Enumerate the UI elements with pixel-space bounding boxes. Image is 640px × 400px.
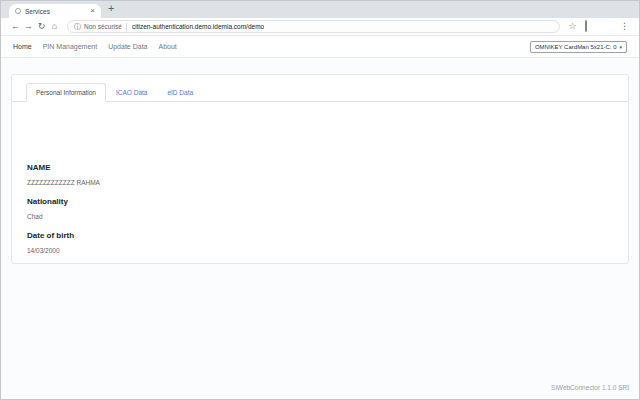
- field-date-of-birth: Date of birth 14/03/2000: [27, 232, 613, 254]
- forward-icon[interactable]: →: [22, 22, 35, 31]
- nav-item-update-data[interactable]: Update Data: [108, 43, 147, 50]
- browser-tab-title: Services: [25, 8, 90, 15]
- bookmark-star-icon[interactable]: ☆: [566, 22, 579, 31]
- security-label: Non sécurisé: [84, 23, 122, 30]
- extension-icon[interactable]: [579, 22, 592, 31]
- chevron-down-icon: ▾: [619, 44, 622, 50]
- back-icon[interactable]: ←: [9, 22, 22, 31]
- field-name-value: ZZZZZZZZZZZZ RAHMA: [27, 179, 613, 186]
- home-icon[interactable]: ⌂: [48, 22, 61, 31]
- content-tab-bar: Personal Information ICAO Data eID Data: [12, 75, 628, 102]
- favicon-icon: [15, 8, 21, 14]
- tab-close-icon[interactable]: ×: [90, 7, 95, 15]
- site-info-icon[interactable]: ⓘ: [74, 23, 81, 30]
- card-reader-select[interactable]: OMNIKEY CardMan 5x21-C: 0 ▾: [530, 41, 627, 53]
- field-name-label: NAME: [27, 164, 613, 173]
- url-text: citizen-authentication.demo.idemia.com/d…: [132, 23, 264, 30]
- identity-card-panel: Personal Information ICAO Data eID Data …: [11, 74, 629, 264]
- browser-menu-icon[interactable]: ⋮: [618, 22, 631, 31]
- field-name: NAME ZZZZZZZZZZZZ RAHMA: [27, 164, 613, 186]
- address-bar[interactable]: ⓘ Non sécurisé citizen-authentication.de…: [67, 20, 560, 33]
- new-tab-button[interactable]: +: [108, 2, 114, 14]
- tab-personal-information[interactable]: Personal Information: [26, 83, 106, 102]
- personal-information-panel: NAME ZZZZZZZZZZZZ RAHMA Nationality Chad…: [12, 102, 628, 254]
- browser-toolbar: ← → ↻ ⌂ ⓘ Non sécurisé citizen-authentic…: [1, 18, 639, 36]
- connector-version-text: SiWebConnector 1.1.0 SRI: [551, 384, 629, 391]
- tab-eid-data[interactable]: eID Data: [157, 83, 203, 102]
- browser-tab[interactable]: Services ×: [9, 4, 101, 18]
- card-reader-select-value: OMNIKEY CardMan 5x21-C: 0: [535, 44, 617, 50]
- browser-tab-strip: Services × +: [1, 1, 639, 18]
- omnibox-divider: [126, 23, 127, 31]
- browser-window: Services × + ← → ↻ ⌂ ⓘ Non sécurisé citi…: [0, 0, 640, 400]
- field-nationality: Nationality Chad: [27, 198, 613, 220]
- field-date-of-birth-value: 14/03/2000: [27, 247, 613, 254]
- tab-icao-data[interactable]: ICAO Data: [106, 83, 157, 102]
- field-nationality-label: Nationality: [27, 198, 613, 207]
- nav-item-pin-management[interactable]: PIN Management: [43, 43, 97, 50]
- app-navbar: Home PIN Management Update Data About OM…: [1, 36, 639, 58]
- nav-item-about[interactable]: About: [158, 43, 176, 50]
- nav-item-home[interactable]: Home: [13, 43, 32, 50]
- field-nationality-value: Chad: [27, 213, 613, 220]
- reload-icon[interactable]: ↻: [35, 22, 48, 31]
- page-content: Personal Information ICAO Data eID Data …: [1, 58, 639, 400]
- field-date-of-birth-label: Date of birth: [27, 232, 613, 241]
